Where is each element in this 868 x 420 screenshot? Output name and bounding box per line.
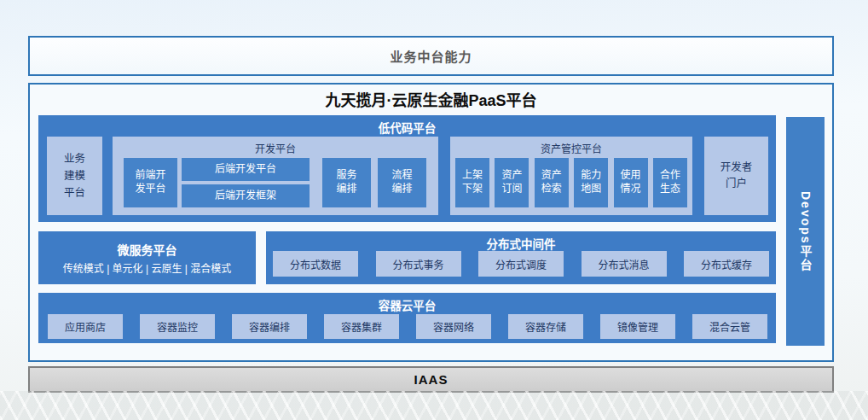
business-middle-platform-banner: 业务中台能力 bbox=[28, 36, 834, 76]
architecture-diagram: 业务中台能力 九天揽月·云原生金融PaaS平台 低代码平台 业务 建模 平台 开… bbox=[0, 0, 868, 420]
asset-item-line: 使用 bbox=[621, 169, 641, 183]
distributed-middleware-section: 分布式中间件 分布式数据 分布式事务 分布式调度 分布式消息 分布式缓存 bbox=[266, 231, 776, 284]
asset-item-line: 合作 bbox=[660, 169, 680, 183]
asset-item-line: 能力 bbox=[581, 169, 601, 183]
distributed-cache-box: 分布式缓存 bbox=[684, 251, 769, 277]
asset-platform-header: 资产管控平台 bbox=[450, 137, 692, 155]
dev-platform-header: 开发平台 bbox=[113, 137, 438, 155]
service-orch-line: 编排 bbox=[336, 183, 356, 196]
asset-items-row: 上架 下架 资产 订阅 资产 检索 能力 地图 bbox=[455, 158, 687, 207]
microservice-modes: 传统模式 | 单元化 | 云原生 | 混合模式 bbox=[63, 260, 231, 275]
process-orchestration-box: 流程 编排 bbox=[378, 158, 426, 207]
capability-map-box: 能力 地图 bbox=[574, 158, 608, 207]
distributed-data-box: 分布式数据 bbox=[273, 251, 358, 277]
container-orchestration-box: 容器编排 bbox=[232, 314, 307, 339]
asset-control-platform-panel: 资产管控平台 上架 下架 资产 订阅 资产 检索 能力 bbox=[450, 137, 692, 215]
asset-subscription-box: 资产 订阅 bbox=[495, 158, 529, 207]
dev-portal-line: 开发者 bbox=[720, 160, 753, 176]
asset-search-box: 资产 检索 bbox=[535, 158, 569, 207]
container-cloud-section: 容器云平台 应用商店 容器监控 容器编排 容器集群 容器网络 容器存储 镜像管理… bbox=[38, 293, 776, 343]
asset-item-line: 检索 bbox=[541, 183, 562, 196]
middleware-items-row: 分布式数据 分布式事务 分布式调度 分布式消息 分布式缓存 bbox=[273, 251, 769, 277]
asset-item-line: 订阅 bbox=[501, 183, 522, 196]
banner-label: 业务中台能力 bbox=[390, 47, 472, 65]
asset-item-line: 资产 bbox=[501, 169, 522, 183]
asset-item-line: 下架 bbox=[462, 183, 483, 196]
shelf-on-off-box: 上架 下架 bbox=[455, 158, 489, 207]
distributed-scheduling-box: 分布式调度 bbox=[478, 251, 564, 277]
image-management-box: 镜像管理 bbox=[600, 314, 675, 339]
microservice-platform-section: 微服务平台 传统模式 | 单元化 | 云原生 | 混合模式 bbox=[38, 231, 256, 284]
container-monitoring-box: 容器监控 bbox=[140, 314, 215, 339]
asset-item-line: 资产 bbox=[541, 169, 562, 183]
container-storage-box: 容器存储 bbox=[508, 314, 583, 339]
asset-item-line: 情况 bbox=[621, 183, 641, 196]
iaas-label: IAAS bbox=[414, 372, 448, 387]
biz-model-line: 建模 bbox=[64, 167, 85, 184]
business-modeling-platform-box: 业务 建模 平台 bbox=[47, 137, 102, 215]
iaas-layer-bar: IAAS bbox=[28, 366, 834, 393]
microservice-header: 微服务平台 bbox=[118, 241, 177, 258]
usage-status-box: 使用 情况 bbox=[614, 158, 648, 207]
frontend-line: 前端开 bbox=[135, 169, 165, 183]
paas-platform-container: 九天揽月·云原生金融PaaS平台 低代码平台 业务 建模 平台 开发平台 前端开… bbox=[28, 83, 834, 362]
container-cluster-box: 容器集群 bbox=[324, 314, 399, 339]
asset-item-line: 上架 bbox=[462, 169, 483, 183]
app-store-box: 应用商店 bbox=[48, 314, 123, 339]
hybrid-cloud-management-box: 混合云管 bbox=[692, 314, 767, 339]
container-network-box: 容器网络 bbox=[416, 314, 491, 339]
devops-platform-bar: Devops平台 bbox=[786, 117, 825, 346]
backend-dev-platform-box: 后端开发平台 bbox=[182, 158, 310, 181]
asset-item-line: 地图 bbox=[581, 183, 601, 196]
dev-portal-line: 门户 bbox=[726, 176, 747, 192]
dev-platform-panel: 开发平台 前端开 发平台 后端开发平台 后端开发框架 服务 编排 流程 编排 bbox=[113, 137, 438, 215]
process-orch-line: 流程 bbox=[391, 169, 412, 183]
container-cloud-header: 容器云平台 bbox=[38, 293, 776, 310]
backend-stack: 后端开发平台 后端开发框架 bbox=[182, 158, 310, 207]
container-items-row: 应用商店 容器监控 容器编排 容器集群 容器网络 容器存储 镜像管理 混合云管 bbox=[48, 314, 767, 339]
middleware-header: 分布式中间件 bbox=[266, 231, 776, 248]
cooperation-ecosystem-box: 合作 生态 bbox=[653, 158, 687, 207]
distributed-message-box: 分布式消息 bbox=[582, 251, 667, 277]
devops-platform-label: Devops平台 bbox=[797, 191, 814, 272]
distributed-transaction-box: 分布式事务 bbox=[376, 251, 461, 277]
frontend-line: 发平台 bbox=[135, 183, 165, 196]
biz-model-line: 业务 bbox=[64, 150, 85, 167]
frontend-dev-platform-box: 前端开 发平台 bbox=[124, 158, 177, 207]
backend-dev-framework-box: 后端开发框架 bbox=[182, 184, 310, 207]
lowcode-platform-section: 低代码平台 业务 建模 平台 开发平台 前端开 发平台 后端开发平台 后端开发框… bbox=[38, 115, 776, 222]
service-orchestration-box: 服务 编排 bbox=[322, 158, 371, 207]
biz-model-line: 平台 bbox=[64, 184, 85, 201]
developer-portal-box: 开发者 门户 bbox=[704, 137, 768, 215]
platform-title: 九天揽月·云原生金融PaaS平台 bbox=[30, 88, 832, 107]
lowcode-section-header: 低代码平台 bbox=[38, 115, 776, 132]
process-orch-line: 编排 bbox=[391, 183, 412, 196]
asset-item-line: 生态 bbox=[660, 183, 680, 196]
service-orch-line: 服务 bbox=[336, 169, 356, 183]
